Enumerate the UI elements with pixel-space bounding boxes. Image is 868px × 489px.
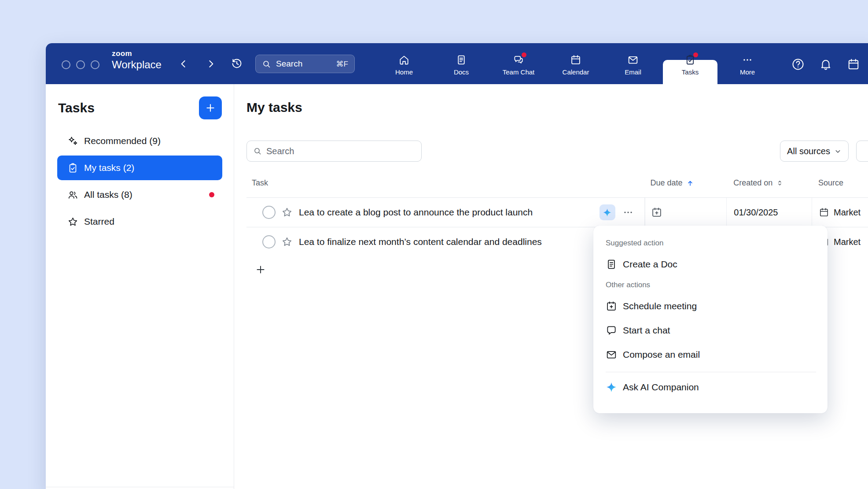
sidebar-item-my-tasks[interactable]: My tasks (2) (57, 156, 222, 180)
nav-tasks[interactable]: Tasks (662, 43, 719, 84)
logo-brand: zoom (112, 50, 162, 58)
docs-icon (456, 54, 467, 66)
star-icon[interactable] (281, 236, 293, 248)
notification-dot (693, 52, 698, 57)
chat-icon (606, 325, 617, 336)
notifications-icon[interactable] (819, 58, 832, 71)
email-icon (606, 349, 617, 360)
window-controls (62, 60, 99, 69)
task-checkbox[interactable] (262, 235, 276, 248)
add-task-button[interactable] (199, 96, 222, 119)
task-cell: Lea to create a blog post to announce th… (246, 198, 645, 227)
plus-icon (205, 102, 216, 114)
notification-dot (209, 192, 214, 197)
ai-companion-icon (606, 382, 617, 393)
ai-companion-button[interactable] (600, 204, 615, 220)
primary-nav: Home Docs Team Chat Calendar (375, 43, 776, 84)
sidebar: Tasks Recommended (9) My tasks (2) (46, 84, 234, 489)
row-more-icon[interactable] (622, 206, 635, 219)
sidebar-item-starred[interactable]: Starred (57, 209, 222, 234)
sidebar-item-label: Recommended (9) (84, 136, 161, 146)
task-cell: Lea to finalize next month’s content cal… (246, 227, 645, 256)
chevron-down-icon (834, 148, 842, 155)
task-title[interactable]: Lea to create a blog post to announce th… (299, 207, 533, 218)
add-due-date-icon[interactable] (651, 207, 662, 218)
search-icon (253, 147, 262, 156)
global-search[interactable]: Search ⌘F (255, 55, 355, 73)
source-label: Market (834, 207, 861, 218)
sparkles-icon (67, 136, 78, 147)
window-control-dot[interactable] (76, 60, 85, 69)
sort-both-icon (776, 179, 783, 187)
tasks-icon (684, 54, 696, 66)
sidebar-item-label: All tasks (8) (84, 189, 132, 200)
sources-filter-label: All sources (787, 146, 830, 156)
window-control-dot[interactable] (62, 60, 70, 69)
calendar-icon (570, 54, 581, 66)
table-header: Task Due date Created on Source (246, 162, 868, 197)
table-row: Lea to create a blog post to announce th… (246, 197, 868, 227)
nav-email[interactable]: Email (604, 43, 662, 84)
sidebar-title: Tasks (58, 96, 95, 119)
row-actions (600, 204, 644, 220)
source-cell: Market (812, 198, 868, 227)
back-icon[interactable] (178, 58, 189, 70)
source-label: Market (834, 237, 861, 247)
sidebar-header: Tasks (46, 84, 234, 119)
email-icon (627, 54, 639, 66)
nav-calendar[interactable]: Calendar (547, 43, 604, 84)
task-checkbox[interactable] (262, 206, 276, 219)
menu-item-start-chat[interactable]: Start a chat (593, 318, 828, 342)
created-on-cell: 01/30/2025 (726, 198, 812, 227)
people-icon (67, 189, 78, 200)
page-title: My tasks (246, 100, 302, 115)
calendar-panel-icon[interactable] (847, 58, 860, 71)
team-chat-icon (513, 54, 524, 66)
due-date-cell (645, 198, 727, 227)
sources-filter-dropdown[interactable]: All sources (780, 141, 849, 162)
menu-item-ask-ai-companion[interactable]: Ask AI Companion (593, 372, 828, 402)
window-control-dot[interactable] (91, 60, 99, 69)
sidebar-item-label: My tasks (2) (84, 163, 134, 173)
column-header-due-date[interactable]: Due date (645, 178, 727, 188)
zoom-workplace-logo: zoom Workplace (112, 50, 162, 70)
forward-icon[interactable] (205, 58, 217, 70)
task-search-input[interactable] (266, 146, 415, 156)
column-header-task: Task (246, 178, 645, 188)
star-icon (67, 216, 78, 227)
menu-item-create-doc[interactable]: Create a Doc (593, 252, 828, 276)
sidebar-item-label: Starred (84, 216, 114, 227)
calendar-plus-icon (606, 300, 617, 312)
nav-team-chat[interactable]: Team Chat (490, 43, 547, 84)
plus-icon[interactable] (255, 264, 266, 275)
star-icon[interactable] (281, 207, 293, 218)
sidebar-item-all-tasks[interactable]: All tasks (8) (57, 182, 222, 207)
doc-icon (606, 259, 617, 270)
nav-docs[interactable]: Docs (433, 43, 490, 84)
main-content: My tasks All sources Task Due date (235, 84, 868, 489)
menu-section-heading: Suggested action (593, 234, 828, 252)
nav-more[interactable]: More (719, 43, 776, 84)
help-icon[interactable] (791, 58, 805, 71)
history-icon[interactable] (231, 57, 243, 70)
logo-product: Workplace (112, 59, 162, 70)
notification-dot (522, 52, 526, 57)
search-icon (262, 59, 271, 69)
app-window: zoom Workplace Search ⌘F Home (46, 43, 868, 489)
nav-home[interactable]: Home (375, 43, 433, 84)
home-icon (398, 54, 410, 66)
menu-item-compose-email[interactable]: Compose an email (593, 342, 828, 367)
column-header-created-on[interactable]: Created on (726, 178, 812, 188)
search-label: Search (276, 59, 331, 69)
task-action-menu: Suggested action Create a Doc Other acti… (593, 226, 828, 413)
search-shortcut: ⌘F (336, 59, 348, 69)
menu-item-schedule-meeting[interactable]: Schedule meeting (593, 294, 828, 318)
sidebar-menu: Recommended (9) My tasks (2) All tasks (… (46, 129, 234, 234)
task-search[interactable] (246, 141, 422, 162)
my-tasks-icon (67, 163, 78, 174)
sidebar-item-recommended[interactable]: Recommended (9) (57, 129, 222, 153)
sort-asc-icon (686, 179, 694, 187)
filter-button-partial[interactable] (856, 141, 868, 162)
task-title[interactable]: Lea to finalize next month’s content cal… (299, 237, 542, 247)
topbar: zoom Workplace Search ⌘F Home (46, 43, 868, 84)
